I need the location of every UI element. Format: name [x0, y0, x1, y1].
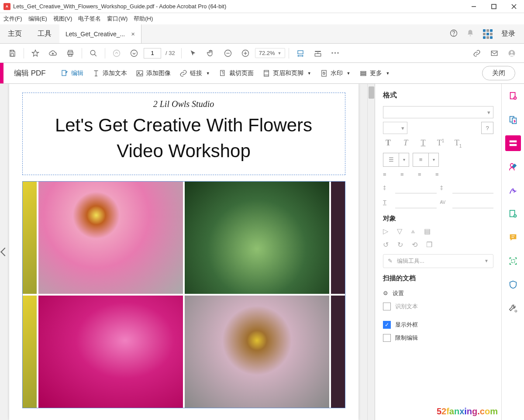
- line-spacing-icon[interactable]: ‡: [383, 184, 392, 191]
- font-help-icon[interactable]: ?: [481, 122, 493, 134]
- menu-window[interactable]: 窗口(W): [107, 15, 128, 23]
- line-spacing-select[interactable]: [395, 182, 437, 193]
- edit-pdf-icon[interactable]: [505, 135, 521, 151]
- hscale-icon[interactable]: T: [383, 199, 392, 206]
- superscript-icon[interactable]: T1: [435, 138, 446, 148]
- create-pdf-icon[interactable]: [505, 88, 521, 104]
- flip-v-icon[interactable]: ▷: [383, 227, 388, 235]
- header-footer-button[interactable]: 页眉和页脚▼: [258, 67, 316, 80]
- zoom-select[interactable]: 72.2%▼: [255, 48, 286, 58]
- font-size-select[interactable]: ▾: [383, 122, 407, 134]
- email-icon[interactable]: [486, 45, 502, 61]
- align-right-icon[interactable]: ≡: [418, 171, 427, 178]
- rotate-ccw-icon[interactable]: ↺: [383, 241, 389, 249]
- link-button[interactable]: 链接▼: [175, 67, 214, 80]
- apps-icon[interactable]: [483, 29, 493, 39]
- search-icon[interactable]: [86, 45, 101, 61]
- fill-sign-icon[interactable]: [505, 182, 521, 198]
- document-tab[interactable]: Lets_Get_Creative_... ×: [59, 24, 141, 43]
- arrange-icon[interactable]: ❐: [426, 241, 432, 249]
- para-spacing-select[interactable]: [452, 182, 494, 193]
- hscale-select[interactable]: [395, 197, 437, 208]
- replace-icon[interactable]: ⟲: [412, 241, 417, 249]
- page-down-icon[interactable]: [126, 45, 142, 61]
- zoom-in-icon[interactable]: [238, 45, 253, 61]
- export-icon[interactable]: [505, 112, 521, 127]
- watermark-button[interactable]: 水印▼: [316, 67, 355, 80]
- checkbox-checked-icon[interactable]: ✓: [383, 321, 391, 329]
- fit-page-icon[interactable]: [310, 45, 326, 61]
- tab-home[interactable]: 主页: [0, 24, 30, 43]
- prev-page-arrow[interactable]: [0, 248, 9, 256]
- menu-view[interactable]: 视图(V): [53, 15, 72, 23]
- font-family-select[interactable]: ▾: [383, 106, 493, 118]
- zoom-out-icon[interactable]: [220, 45, 236, 61]
- more-icon[interactable]: •••: [328, 45, 343, 61]
- align-obj-icon[interactable]: ▤: [424, 227, 431, 235]
- add-text-button[interactable]: 添加文本: [88, 67, 131, 80]
- italic-icon[interactable]: T: [400, 138, 411, 148]
- edit-tool-button[interactable]: ✎ 编辑工具... ▼: [383, 254, 493, 268]
- protect-icon[interactable]: [505, 277, 521, 293]
- checkbox-icon[interactable]: [383, 303, 391, 310]
- char-spacing-select[interactable]: [452, 197, 494, 208]
- subscript-icon[interactable]: T1: [453, 138, 463, 148]
- flip-h-icon[interactable]: ▽: [397, 227, 402, 235]
- document-view[interactable]: 2 Lil Owls Studio Let's Get Creative Wit…: [0, 84, 367, 420]
- bullet-list-button[interactable]: ☰▾: [383, 153, 409, 167]
- number-list-button[interactable]: ≡▾: [413, 153, 439, 167]
- account-icon[interactable]: [504, 45, 520, 61]
- help-icon[interactable]: [450, 29, 458, 38]
- share-link-icon[interactable]: [469, 45, 485, 61]
- fit-width-icon[interactable]: [293, 45, 308, 61]
- restrict-row[interactable]: 限制编辑: [383, 331, 493, 344]
- tab-tools[interactable]: 工具: [30, 24, 59, 43]
- svg-point-23: [317, 52, 318, 53]
- edit-button[interactable]: 编辑: [56, 67, 88, 80]
- align-center-icon[interactable]: ≡: [400, 171, 409, 178]
- bell-icon[interactable]: [466, 29, 474, 38]
- minimize-button[interactable]: [464, 0, 484, 13]
- sign-icon[interactable]: [505, 159, 521, 175]
- organize-icon[interactable]: [505, 206, 521, 222]
- bold-icon[interactable]: T: [383, 138, 393, 148]
- menu-edit[interactable]: 编辑(E): [28, 15, 47, 23]
- login-button[interactable]: 登录: [501, 29, 515, 38]
- scan-icon[interactable]: [505, 253, 521, 269]
- pointer-icon[interactable]: [185, 45, 201, 61]
- ocr-checkbox-row[interactable]: 识别文本: [383, 300, 493, 313]
- char-spacing-icon[interactable]: AV: [440, 200, 449, 205]
- show-box-row[interactable]: ✓ 显示外框: [383, 318, 493, 331]
- more-button[interactable]: 更多▼: [355, 67, 394, 80]
- comment-icon[interactable]: [505, 230, 521, 245]
- para-spacing-icon[interactable]: ‡: [440, 184, 449, 191]
- settings-button[interactable]: ⚙ 设置: [383, 287, 493, 300]
- menu-esign[interactable]: 电子签名: [78, 15, 101, 23]
- maximize-button[interactable]: [484, 0, 504, 13]
- save-icon[interactable]: [4, 45, 20, 61]
- menu-help[interactable]: 帮助(H): [134, 15, 153, 23]
- hand-icon[interactable]: [203, 45, 218, 61]
- crop-icon[interactable]: ⟁: [411, 227, 415, 235]
- document-page[interactable]: 2 Lil Owls Studio Let's Get Creative Wit…: [9, 84, 359, 420]
- title-text-box[interactable]: 2 Lil Owls Studio Let's Get Creative Wit…: [22, 93, 345, 175]
- rotate-cw-icon[interactable]: ↻: [397, 241, 403, 249]
- vertical-scrollbar[interactable]: [367, 84, 375, 420]
- tab-close-icon[interactable]: ×: [131, 30, 135, 38]
- checkbox-icon[interactable]: [383, 334, 391, 342]
- menu-file[interactable]: 文件(F): [3, 15, 22, 23]
- page-up-icon[interactable]: [109, 45, 124, 61]
- page-input[interactable]: [144, 48, 161, 59]
- underline-icon[interactable]: T: [418, 138, 428, 148]
- star-icon[interactable]: [28, 45, 43, 61]
- add-image-button[interactable]: 添加图像: [131, 67, 175, 80]
- print-icon[interactable]: [62, 45, 78, 61]
- close-button[interactable]: [504, 0, 524, 13]
- crop-button[interactable]: 裁切页面: [214, 67, 258, 80]
- align-justify-icon[interactable]: ≡: [435, 171, 444, 178]
- align-left-icon[interactable]: ≡: [383, 171, 392, 178]
- more-tools-icon[interactable]: [505, 300, 521, 316]
- cloud-upload-icon[interactable]: [45, 45, 61, 61]
- close-edit-button[interactable]: 关闭: [482, 66, 515, 80]
- image-grid[interactable]: [22, 181, 345, 408]
